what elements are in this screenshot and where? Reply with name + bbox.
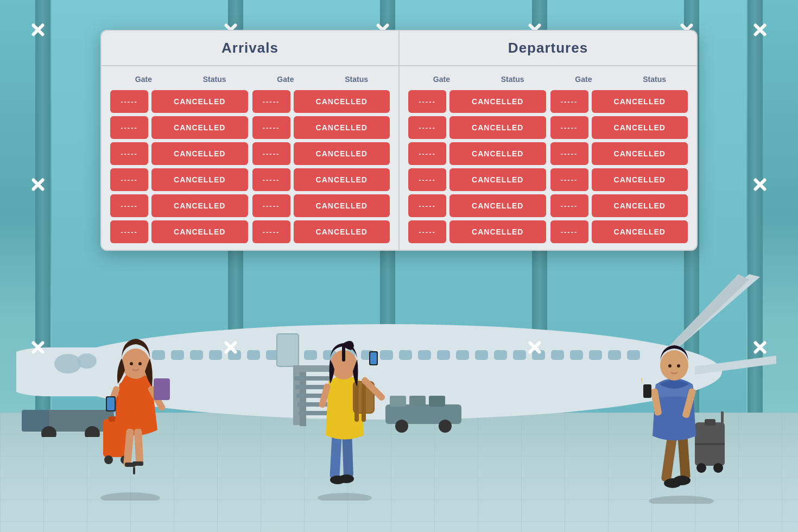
status-cell: CANCELLED (294, 194, 390, 217)
departures-row-5: ----- CANCELLED (408, 194, 546, 217)
svg-point-65 (122, 349, 150, 379)
svg-point-99 (677, 364, 680, 368)
departures-row-3b: ----- CANCELLED (550, 142, 688, 165)
svg-point-88 (713, 463, 723, 473)
departures-row-5b: ----- CANCELLED (550, 194, 688, 217)
svg-rect-28 (627, 350, 640, 360)
airport-scene: Arrivals Departures Gate Status Gate Sta… (0, 0, 798, 532)
gate-cell: ----- (252, 220, 290, 243)
svg-rect-19 (456, 350, 469, 360)
departures-col-headers: Gate Status Gate Status (408, 73, 688, 86)
arrivals-row-1b: ----- CANCELLED (252, 90, 390, 113)
status-cell: CANCELLED (592, 220, 688, 243)
status-cell: CANCELLED (294, 220, 390, 243)
svg-rect-82 (342, 345, 345, 362)
gate-cell: ----- (110, 194, 148, 217)
arrivals-col-group-1: Gate Status (110, 73, 248, 86)
x-decoration (524, 337, 546, 358)
departures-row-6: ----- CANCELLED (408, 220, 546, 243)
gate-cell: ----- (110, 168, 148, 191)
status-cell: CANCELLED (294, 116, 390, 139)
svg-rect-59 (132, 461, 143, 466)
arrivals-row-2: ----- CANCELLED (110, 116, 248, 139)
svg-rect-76 (362, 384, 366, 422)
arrivals-col-headers: Gate Status Gate Status (110, 73, 390, 86)
svg-point-40 (439, 420, 452, 433)
svg-rect-21 (494, 350, 507, 360)
svg-point-87 (696, 463, 706, 473)
svg-rect-38 (385, 404, 461, 424)
arrivals-board: Gate Status Gate Status ----- CANCELLED (102, 66, 398, 250)
gate-cell: ----- (252, 90, 290, 113)
svg-rect-43 (429, 396, 445, 407)
svg-point-51 (104, 455, 113, 464)
col-gate-4: Gate (550, 73, 617, 86)
svg-rect-25 (570, 350, 583, 360)
svg-point-98 (668, 364, 672, 368)
x-decoration (27, 19, 49, 41)
gate-cell: ----- (550, 168, 588, 191)
svg-rect-85 (705, 419, 715, 426)
svg-point-66 (130, 362, 133, 365)
col-status-2: Status (323, 73, 390, 86)
arrivals-row-5: ----- CANCELLED (110, 194, 248, 217)
departures-board: Gate Status Gate Status ----- CANCELLED (400, 66, 696, 250)
arrivals-row-4b: ----- CANCELLED (252, 168, 390, 191)
flight-board: Arrivals Departures Gate Status Gate Sta… (100, 30, 698, 251)
arrivals-title: Arrivals (221, 40, 278, 56)
col-status-4: Status (621, 73, 688, 86)
col-gate-2: Gate (252, 73, 319, 86)
gate-cell: ----- (550, 142, 588, 165)
departures-row-1: ----- CANCELLED (408, 90, 546, 113)
svg-rect-16 (399, 350, 412, 360)
board-header: Arrivals Departures (102, 31, 696, 66)
gate-cell: ----- (110, 142, 148, 165)
gate-cell: ----- (550, 90, 588, 113)
svg-rect-89 (721, 411, 724, 427)
person-man: ! (641, 308, 733, 504)
svg-point-48 (100, 492, 160, 501)
col-status-3: Status (479, 73, 546, 86)
departures-row-4: ----- CANCELLED (408, 168, 546, 191)
status-cell: CANCELLED (151, 142, 248, 165)
gate-cell: ----- (550, 194, 588, 217)
gate-cell: ----- (252, 194, 290, 217)
person-woman (95, 300, 182, 501)
person-backpack (309, 305, 385, 501)
status-cell: CANCELLED (294, 142, 390, 165)
status-cell: CANCELLED (151, 90, 248, 113)
svg-rect-18 (437, 350, 450, 360)
arrivals-row-3: ----- CANCELLED (110, 142, 248, 165)
arrivals-row-2b: ----- CANCELLED (252, 116, 390, 139)
gate-cell: ----- (550, 220, 588, 243)
svg-rect-86 (695, 443, 725, 445)
status-cell: CANCELLED (449, 142, 546, 165)
svg-point-83 (649, 496, 714, 504)
gate-cell: ----- (252, 168, 290, 191)
gate-cell: ----- (110, 90, 148, 113)
svg-point-67 (138, 362, 142, 365)
status-cell: CANCELLED (294, 90, 390, 113)
status-cell: CANCELLED (151, 194, 248, 217)
status-cell: CANCELLED (449, 194, 546, 217)
status-cell: CANCELLED (449, 116, 546, 139)
svg-rect-24 (551, 350, 564, 360)
status-cell: CANCELLED (151, 168, 248, 191)
svg-rect-42 (409, 396, 426, 407)
arrivals-section: Arrivals (102, 31, 398, 65)
status-cell: CANCELLED (151, 116, 248, 139)
svg-rect-5 (190, 350, 203, 360)
arrivals-row-3b: ----- CANCELLED (252, 142, 390, 165)
status-cell: CANCELLED (449, 168, 546, 191)
gate-cell: ----- (408, 90, 446, 113)
x-decoration (749, 174, 771, 195)
status-cell: CANCELLED (592, 116, 688, 139)
gate-cell: ----- (110, 116, 148, 139)
status-cell: CANCELLED (592, 142, 688, 165)
status-cell: CANCELLED (449, 220, 546, 243)
svg-point-39 (395, 420, 408, 433)
svg-rect-29 (277, 334, 299, 366)
svg-rect-17 (418, 350, 431, 360)
svg-rect-61 (154, 378, 170, 400)
x-decoration (749, 337, 771, 358)
